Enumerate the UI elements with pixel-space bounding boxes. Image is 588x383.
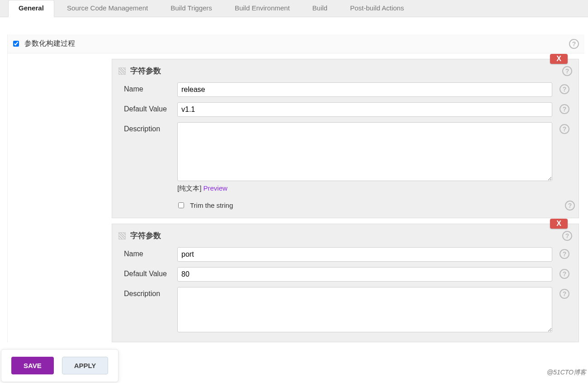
drag-handle-icon[interactable] — [119, 67, 126, 75]
trim-row: Trim the string ? — [177, 201, 572, 210]
tab-build-triggers[interactable]: Build Triggers — [161, 0, 222, 17]
parametrize-row: 参数化构建过程 ? — [8, 34, 584, 53]
name-input[interactable] — [177, 82, 552, 97]
plain-text-label: [纯文本] — [177, 184, 201, 192]
default-value-input[interactable] — [177, 267, 552, 282]
help-icon[interactable]: ? — [560, 269, 569, 279]
parametrize-checkbox[interactable] — [13, 41, 19, 47]
preview-link[interactable]: Preview — [204, 184, 228, 192]
help-icon[interactable]: ? — [560, 84, 569, 94]
help-icon[interactable]: ? — [560, 249, 569, 259]
default-value-label: Default Value — [124, 102, 177, 113]
config-tabbar: General Source Code Management Build Tri… — [0, 0, 588, 17]
field-row-description: Description [纯文本] Preview ? — [119, 122, 572, 193]
description-footer: [纯文本] Preview — [177, 184, 552, 193]
drag-handle-icon[interactable] — [119, 232, 126, 239]
param-type-title: 字符参数 — [130, 66, 161, 76]
default-value-label: Default Value — [124, 267, 177, 278]
description-textarea[interactable] — [177, 122, 552, 181]
parametrize-label: 参数化构建过程 — [24, 39, 75, 48]
name-label: Name — [124, 247, 177, 258]
description-label: Description — [124, 122, 177, 133]
apply-button[interactable]: APPLY — [62, 357, 109, 374]
field-row-default: Default Value ? — [119, 102, 572, 117]
help-icon[interactable]: ? — [562, 66, 572, 76]
field-row-default: Default Value ? — [119, 267, 572, 282]
string-parameter-block: X 字符参数 ? Name ? Default Value — [112, 59, 579, 218]
help-icon[interactable]: ? — [560, 124, 569, 134]
help-icon[interactable]: ? — [562, 231, 572, 241]
name-label: Name — [124, 82, 177, 93]
param-type-title: 字符参数 — [130, 230, 161, 241]
tab-post-build[interactable]: Post-build Actions — [340, 0, 414, 17]
tab-build-environment[interactable]: Build Environment — [225, 0, 300, 17]
field-row-name: Name ? — [119, 247, 572, 262]
description-textarea[interactable] — [177, 287, 552, 332]
string-parameter-block: X 字符参数 ? Name ? Default Value — [112, 224, 579, 342]
help-icon[interactable]: ? — [569, 39, 579, 49]
bottom-action-bar: SAVE APPLY — [1, 349, 119, 382]
help-icon[interactable]: ? — [560, 104, 569, 114]
tab-build[interactable]: Build — [303, 0, 337, 17]
watermark-text: @51CTO博客 — [547, 369, 586, 377]
param-header: 字符参数 ? — [119, 66, 572, 76]
field-row-name: Name ? — [119, 82, 572, 97]
description-label: Description — [124, 287, 177, 298]
default-value-input[interactable] — [177, 102, 552, 117]
trim-checkbox[interactable] — [178, 202, 184, 208]
delete-parameter-button[interactable]: X — [550, 54, 568, 64]
name-input[interactable] — [177, 247, 552, 262]
delete-parameter-button[interactable]: X — [550, 219, 568, 229]
param-header: 字符参数 ? — [119, 230, 572, 241]
field-row-description: Description ? — [119, 287, 572, 334]
tab-general[interactable]: General — [8, 0, 54, 17]
help-icon[interactable]: ? — [565, 201, 575, 211]
help-icon[interactable]: ? — [560, 289, 569, 299]
trim-label: Trim the string — [190, 201, 233, 209]
save-button[interactable]: SAVE — [11, 357, 54, 374]
tab-scm[interactable]: Source Code Management — [57, 0, 158, 17]
